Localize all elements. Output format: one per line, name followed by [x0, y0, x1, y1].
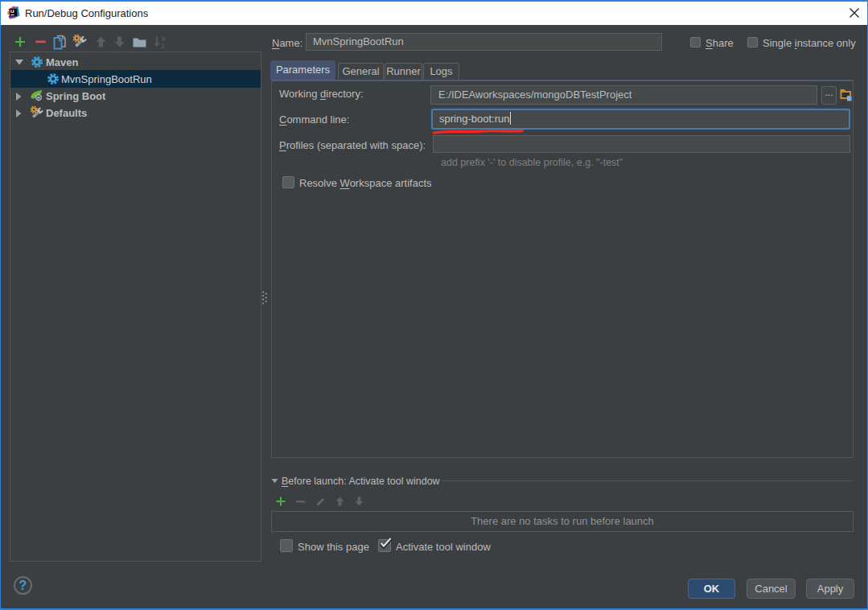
svg-text:z: z [162, 42, 166, 49]
